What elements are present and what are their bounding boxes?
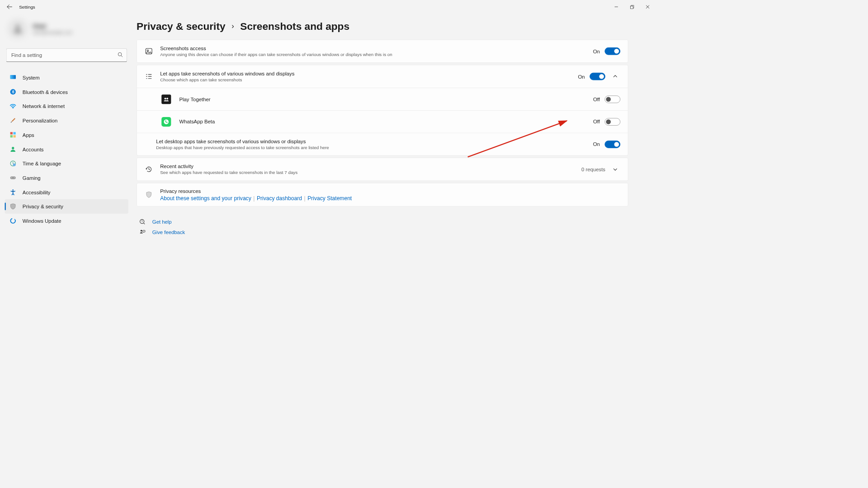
sidebar-item-label: Accessibility <box>23 189 51 195</box>
arrow-left-icon <box>7 4 12 9</box>
card-screenshots-access: Screenshots access Anyone using this dev… <box>137 40 628 63</box>
sidebar-item-label: Privacy & security <box>23 203 63 209</box>
list-check-icon <box>144 73 153 80</box>
toggle-state: On <box>593 48 600 54</box>
expand-button[interactable] <box>610 71 621 82</box>
let-desktop-row: Let desktop apps take screenshots of var… <box>137 133 628 155</box>
play-together-toggle[interactable] <box>604 95 620 103</box>
close-icon <box>646 5 650 9</box>
svg-rect-7 <box>10 132 13 134</box>
app-icon-whatsapp <box>161 117 171 127</box>
help-icon: ? <box>139 219 146 225</box>
chevron-down-icon <box>613 167 618 172</box>
account-email: user@example.com <box>33 30 72 35</box>
row-title: Recent activity <box>160 164 575 169</box>
sidebar-item-accessibility[interactable]: Accessibility <box>5 185 128 199</box>
sidebar-item-privacy-security[interactable]: Privacy & security <box>5 199 128 214</box>
link-privacy-statement[interactable]: Privacy Statement <box>307 195 352 201</box>
page-title: Screenshots and apps <box>240 20 349 32</box>
toggle-state: Off <box>593 119 600 125</box>
feedback-icon <box>139 229 146 235</box>
sidebar-item-time-language[interactable]: Time & language <box>5 156 128 171</box>
svg-rect-0 <box>630 6 633 9</box>
link-privacy-dashboard[interactable]: Privacy dashboard <box>257 195 302 201</box>
card-recent-activity: Recent activity See which apps have requ… <box>137 158 628 181</box>
wifi-icon <box>9 103 16 109</box>
search-icon <box>118 52 123 59</box>
whatsapp-toggle[interactable] <box>604 118 620 126</box>
svg-point-17 <box>12 189 14 191</box>
card-privacy-resources: Privacy resources About these settings a… <box>137 183 628 206</box>
maximize-icon <box>630 5 634 9</box>
row-subtitle: Desktop apps that have previously reques… <box>156 145 586 150</box>
get-help-link[interactable]: ? Get help <box>137 217 628 227</box>
update-icon <box>9 217 16 224</box>
card-let-apps: Let apps take screenshots of various win… <box>137 65 628 155</box>
svg-rect-4 <box>10 75 16 79</box>
app-row-whatsapp: WhatsApp Beta Off <box>137 110 628 133</box>
let-apps-toggle[interactable] <box>590 73 605 80</box>
sidebar-item-label: System <box>23 75 40 80</box>
screenshots-access-toggle[interactable] <box>604 47 620 55</box>
account-header[interactable]: User user@example.com <box>5 14 128 48</box>
sidebar-item-system[interactable]: System <box>5 70 128 85</box>
svg-rect-19 <box>146 48 152 54</box>
row-title: Let apps take screenshots of various win… <box>160 70 571 76</box>
sidebar-item-label: Network & internet <box>23 103 65 109</box>
history-icon <box>144 165 153 173</box>
sidebar-item-bluetooth[interactable]: Bluetooth & devices <box>5 84 128 99</box>
sidebar-item-gaming[interactable]: Gaming <box>5 171 128 185</box>
toggle-state: Off <box>593 96 600 102</box>
sidebar-item-label: Time & language <box>23 160 61 166</box>
paintbrush-icon <box>9 117 16 124</box>
svg-point-26 <box>141 230 142 232</box>
sidebar-item-windows-update[interactable]: Windows Update <box>5 214 128 228</box>
bluetooth-icon <box>9 89 16 95</box>
photo-icon <box>144 47 153 55</box>
sidebar-item-label: Accounts <box>23 146 44 152</box>
expand-button[interactable] <box>610 164 621 174</box>
sidebar-item-label: Personalization <box>23 117 57 123</box>
let-desktop-toggle[interactable] <box>604 141 620 148</box>
maximize-button[interactable] <box>624 1 640 12</box>
minimize-button[interactable] <box>609 1 624 12</box>
give-feedback-label: Give feedback <box>152 229 185 235</box>
svg-point-16 <box>14 178 15 178</box>
link-about-settings[interactable]: About these settings and your privacy <box>160 195 251 201</box>
chevron-right-icon: › <box>231 22 234 31</box>
svg-rect-8 <box>13 132 15 134</box>
sidebar-item-label: Apps <box>23 132 34 138</box>
sidebar-item-apps[interactable]: Apps <box>5 127 128 142</box>
search-wrap <box>6 48 127 62</box>
toggle-state: On <box>578 74 585 80</box>
shield-icon <box>9 203 16 210</box>
sidebar-item-accounts[interactable]: Accounts <box>5 142 128 156</box>
gamepad-icon <box>9 174 16 181</box>
breadcrumb-parent[interactable]: Privacy & security <box>137 20 225 32</box>
sidebar-item-personalization[interactable]: Personalization <box>5 113 128 128</box>
svg-rect-27 <box>143 230 145 232</box>
toggle-state: On <box>593 141 600 147</box>
svg-point-1 <box>16 25 20 29</box>
let-apps-row[interactable]: Let apps take screenshots of various win… <box>137 65 628 88</box>
sidebar-item-network[interactable]: Network & internet <box>5 99 128 113</box>
close-button[interactable] <box>640 1 656 12</box>
row-subtitle: Choose which apps can take screenshots <box>160 77 571 82</box>
sidebar-item-label: Bluetooth & devices <box>23 89 68 95</box>
sidebar-item-label: Windows Update <box>23 218 61 224</box>
search-input[interactable] <box>6 48 127 62</box>
give-feedback-link[interactable]: Give feedback <box>137 227 628 237</box>
account-name: User <box>33 23 72 30</box>
back-button[interactable] <box>4 1 15 12</box>
svg-point-21 <box>165 98 166 99</box>
app-icon-play-together <box>161 94 171 104</box>
recent-activity-row[interactable]: Recent activity See which apps have requ… <box>137 158 628 181</box>
svg-rect-10 <box>13 135 15 137</box>
svg-point-11 <box>12 147 14 149</box>
monitor-icon <box>9 74 16 81</box>
app-row-play-together: Play Together Off <box>137 88 628 110</box>
nav-list: System Bluetooth & devices Network & int… <box>5 69 128 228</box>
app-name: WhatsApp Beta <box>179 119 586 125</box>
sidebar-item-label: Gaming <box>23 175 41 181</box>
main-content: Privacy & security › Screenshots and app… <box>133 14 656 368</box>
